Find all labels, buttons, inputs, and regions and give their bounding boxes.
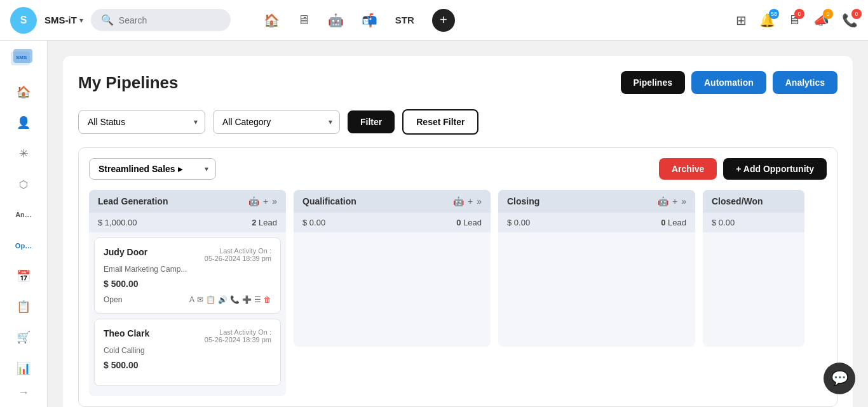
person-icon: 👤 [17,116,31,130]
closed-won-amount: $ 0.00 [712,218,735,227]
filter-button[interactable]: Filter [348,110,395,133]
search-input[interactable] [119,15,220,25]
closing-title: Closing [507,196,654,206]
lead-gen-plus-icon[interactable]: + [263,196,268,206]
bell-badge: 58 [769,9,779,19]
category-filter-wrap: All Category ▾ [213,110,340,134]
top-navigation: S SMS-iT ▾ 🔍 🏠 🖥 🤖 📬 STR + ⊞ 🔔58 🖥0 📣0 📞… [0,0,868,41]
page-header: My Pipelines Pipelines Automation Analyt… [78,71,837,94]
status-filter[interactable]: All Status [78,110,205,134]
lead-gen-robot-icon[interactable]: 🤖 [248,196,259,206]
nav-right-icons: ⊞ 🔔58 🖥0 📣0 📞0 [736,13,858,28]
card-bottom-judy: Open A ✉ 📋 🔊 📞 ➕ ☰ 🗑 [104,295,271,304]
sidebar-item-network[interactable]: ✳ [8,141,39,166]
calendar-icon: 📅 [17,269,31,283]
qualification-plus-icon[interactable]: + [468,196,473,206]
monitor-icon[interactable]: 🖥0 [788,13,801,27]
audio-icon[interactable]: 🔊 [218,295,227,304]
sidebar-item-calendar[interactable]: 📅 [8,264,39,289]
kanban-column-qualification: Qualification 🤖 + » $ 0.00 0 Lead [294,190,491,396]
sidebar-item-funnel[interactable]: ⬡ [8,171,39,197]
status-filter-wrap: All Status ▾ [78,110,205,134]
sidebar-logo: SMS [10,48,37,69]
sidebar-item-notes[interactable]: 📋 [8,294,39,319]
card-name-judy: Judy Door [104,247,147,262]
phone-card-icon[interactable]: 📞 [230,295,240,304]
str-label[interactable]: STR [395,15,414,25]
closing-expand-icon[interactable]: » [681,196,686,206]
category-filter[interactable]: All Category [213,110,340,134]
lead-gen-header: Lead Generation 🤖 + » [89,190,286,213]
kanban-column-closed-won: Closed/Won $ 0.00 [703,190,804,396]
opportunity-card-theo[interactable]: Theo Clark Last Activity On : 05-26-2024… [94,319,281,386]
analytics-label: An… [15,211,32,218]
closing-plus-icon[interactable]: + [672,196,677,206]
analytics-button[interactable]: Analytics [773,71,837,94]
lead-gen-title: Lead Generation [98,196,245,206]
archive-button[interactable]: Archive [659,158,717,180]
grid-icon[interactable]: ⊞ [736,13,747,28]
lead-gen-expand-icon[interactable]: » [272,196,277,206]
reset-filter-button[interactable]: Reset Filter [402,109,478,135]
card-sub-theo: Cold Calling [104,346,271,355]
closed-won-header: Closed/Won [703,190,804,213]
header-buttons: Pipelines Automation Analytics [621,71,837,94]
list-icon[interactable]: ☰ [254,295,261,304]
closing-robot-icon[interactable]: 🤖 [658,196,668,206]
megaphone-badge: 0 [823,9,833,19]
notes-icon: 📋 [17,300,31,314]
card-status-judy: Open [104,295,122,304]
opportunity-card-judy[interactable]: Judy Door Last Activity On : 05-26-2024 … [94,237,281,314]
kanban-column-closing: Closing 🤖 + » $ 0.00 0 Lead [498,190,695,396]
lead-gen-count: 2 Lead [252,218,277,227]
text-icon[interactable]: A [189,295,194,304]
qualification-robot-icon[interactable]: 🤖 [453,196,464,206]
qualification-amount: $ 0.00 [302,218,325,227]
sidebar-item-reports[interactable]: 📊 [8,356,39,381]
closing-body [498,232,695,347]
sidebar-item-home[interactable]: 🏠 [8,79,39,105]
add-opportunity-button[interactable]: + Add Opportunity [723,158,827,180]
card-top-judy: Judy Door Last Activity On : 05-26-2024 … [104,247,271,262]
search-bar[interactable]: 🔍 [91,9,231,31]
chat-fab[interactable]: 💬 [824,363,855,394]
svg-text:SMS: SMS [16,55,27,60]
add-icon[interactable]: ➕ [242,295,252,304]
filters-row: All Status ▾ All Category ▾ Filter Reset… [78,109,837,135]
sidebar-item-cart[interactable]: 🛒 [8,324,39,350]
sidebar-item-opportunities[interactable]: Op… [8,232,39,258]
automation-button[interactable]: Automation [691,71,766,94]
robot-nav-icon[interactable]: 🤖 [328,13,344,28]
inbox-nav-icon[interactable]: 📬 [362,13,377,28]
phone-badge: 0 [851,9,862,19]
home-nav-icon[interactable]: 🏠 [264,13,280,28]
pipeline-header: Streamlined Sales ▸ ▾ Archive + Add Oppo… [89,158,827,180]
megaphone-icon[interactable]: 📣0 [813,13,829,28]
sidebar-collapse[interactable]: → [18,386,29,399]
qualification-expand-icon[interactable]: » [477,196,482,206]
lead-gen-amount: $ 1,000.00 [98,218,137,227]
bell-icon[interactable]: 🔔58 [759,13,775,28]
phone-icon[interactable]: 📞0 [842,13,858,28]
kanban-column-lead-gen: Lead Generation 🤖 + » $ 1,000.00 2 Lead [89,190,286,396]
email-icon[interactable]: ✉ [197,295,203,304]
delete-icon[interactable]: 🗑 [264,295,271,304]
plus-button[interactable]: + [432,9,455,32]
qualification-body [294,232,491,347]
sidebar-item-contacts[interactable]: 👤 [8,110,39,135]
pipeline-select[interactable]: Streamlined Sales ▸ [89,158,216,180]
monitor-nav-icon[interactable]: 🖥 [297,13,310,27]
sidebar-item-analytics[interactable]: An… [8,202,39,227]
closed-won-stats: $ 0.00 [703,213,804,232]
brand-dropdown[interactable]: SMS-iT ▾ [44,15,83,25]
monitor-badge: 0 [794,9,804,19]
main-content: My Pipelines Pipelines Automation Analyt… [48,41,868,407]
pipelines-button[interactable]: Pipelines [621,71,685,94]
card-icons-judy: A ✉ 📋 🔊 📞 ➕ ☰ 🗑 [189,295,271,304]
home-icon: 🏠 [17,85,31,99]
closing-header: Closing 🤖 + » [498,190,695,213]
doc-icon[interactable]: 📋 [206,295,215,304]
lead-gen-stats: $ 1,000.00 2 Lead [89,213,286,232]
pipeline-section: Streamlined Sales ▸ ▾ Archive + Add Oppo… [78,147,837,407]
brand-chevron: ▾ [79,16,83,25]
